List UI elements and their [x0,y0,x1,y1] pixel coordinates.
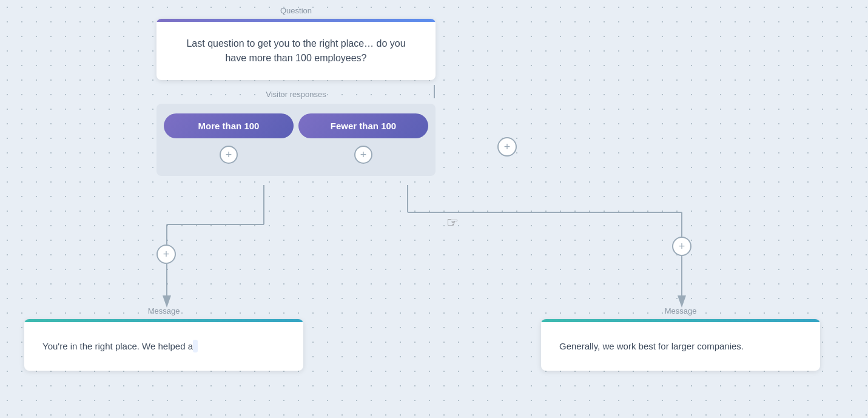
question-card: Last question to get you to the right pl… [156,19,436,80]
message-node-right: Message Generally, we work best for larg… [541,306,820,371]
message-left-label: Message [148,306,180,315]
visitor-responses-section: Visitor responses More than 100 + Fewer … [156,90,436,176]
question-label: Question [280,6,312,15]
message-left-highlight [193,340,198,352]
message-left-body: You're in the right place. We helped a [24,322,303,371]
add-response-right-button[interactable]: + [497,137,517,157]
question-card-body: Last question to get you to the right pl… [156,22,436,80]
question-text: Last question to get you to the right pl… [175,36,417,66]
message-left-text: You're in the right place. We helped a [42,340,198,354]
message-card-right: Generally, we work best for larger compa… [541,319,820,371]
responses-card: More than 100 + Fewer than 100 + [156,104,436,176]
message-right-text: Generally, we work best for larger compa… [559,340,744,354]
add-response-more-button[interactable]: + [220,146,238,164]
response-option-more: More than 100 + [164,113,294,164]
cursor-icon: ☞ [446,215,459,231]
question-node: Question Last question to get you to the… [156,6,436,80]
responses-label: Visitor responses [266,90,326,99]
add-step-left-button[interactable]: + [156,244,176,264]
message-right-body: Generally, we work best for larger compa… [541,322,820,371]
fewer-than-100-button[interactable]: Fewer than 100 [298,113,428,138]
add-response-fewer-button[interactable]: + [354,146,372,164]
message-right-label: Message [665,306,697,315]
message-card-left: You're in the right place. We helped a [24,319,303,371]
more-than-100-button[interactable]: More than 100 [164,113,294,138]
canvas: Question Last question to get you to the… [0,0,868,418]
message-node-left: Message You're in the right place. We he… [24,306,303,371]
add-step-right-button[interactable]: + [672,237,691,256]
response-option-fewer: Fewer than 100 + [298,113,428,164]
